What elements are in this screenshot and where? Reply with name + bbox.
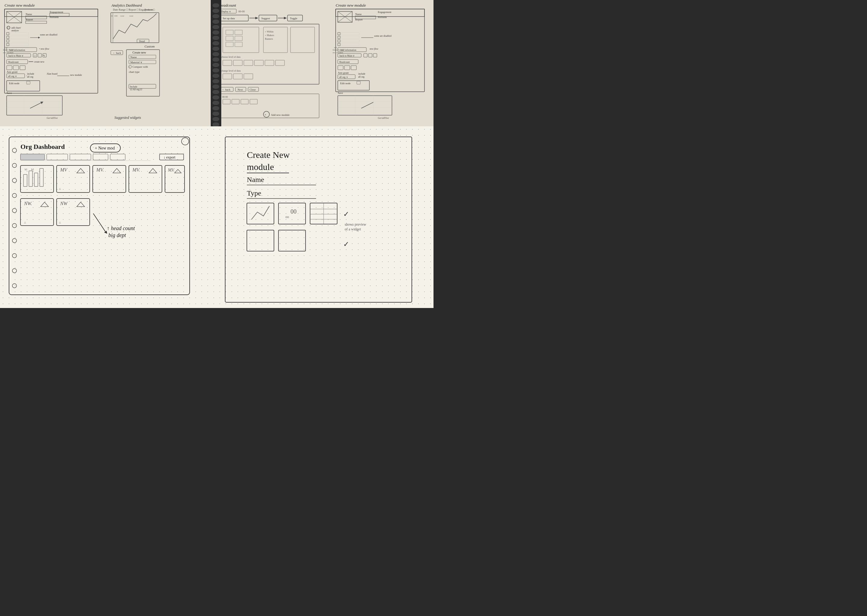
svg-point-243 (181, 138, 189, 145)
svg-rect-2 (5, 9, 98, 93)
svg-marker-269 (149, 168, 157, 173)
svg-rect-73 (111, 13, 159, 43)
svg-rect-294 (279, 203, 306, 224)
svg-rect-122 (235, 42, 242, 47)
svg-text:h1: h1 (25, 168, 27, 171)
svg-text:Name: Name (130, 56, 137, 59)
svg-text:total: total (129, 15, 133, 17)
svg-text:← back: ← back (222, 88, 230, 91)
svg-text:Name: Name (25, 13, 32, 16)
svg-text:Ger/all/live: Ger/all/live (47, 117, 58, 119)
svg-text:Engagement: Engagement (378, 11, 391, 14)
svg-rect-241 (90, 144, 120, 152)
svg-rect-141 (248, 87, 259, 91)
svg-rect-47 (6, 74, 25, 78)
svg-rect-135 (233, 74, 242, 79)
svg-rect-155 (338, 11, 352, 22)
svg-rect-167 (338, 40, 340, 42)
svg-rect-83 (111, 50, 123, 55)
svg-rect-19 (11, 33, 28, 35)
svg-rect-3 (5, 9, 98, 17)
svg-rect-248 (93, 154, 108, 160)
svg-rect-195 (338, 96, 392, 115)
svg-rect-18 (6, 33, 9, 35)
svg-rect-119 (226, 36, 233, 41)
svg-rect-146 (232, 99, 239, 104)
svg-point-225 (212, 106, 219, 111)
svg-text:Create new: Create new (132, 51, 146, 54)
svg-text:back to Main ∨: back to Main ∨ (8, 55, 24, 57)
svg-rect-22 (6, 40, 9, 42)
svg-text:Include: Include (130, 85, 137, 88)
svg-point-214 (212, 46, 219, 51)
svg-text:some are disabled: some are disabled (40, 33, 57, 36)
main-container: Create new module Name Report Engagement (0, 0, 434, 308)
svg-text:Create new module: Create new module (5, 3, 35, 8)
svg-text:+: + (7, 27, 9, 29)
svg-rect-273 (20, 198, 54, 226)
svg-text:Perform: Perform (50, 16, 59, 19)
svg-rect-111 (287, 15, 303, 21)
svg-rect-55 (6, 81, 40, 91)
svg-marker-110 (284, 17, 287, 19)
svg-text:new module: new module (70, 74, 82, 76)
svg-point-215 (212, 52, 219, 57)
svg-rect-183 (338, 66, 343, 70)
svg-rect-293 (247, 203, 274, 224)
svg-rect-8 (25, 16, 47, 19)
svg-rect-127 (223, 60, 232, 66)
svg-marker-266 (113, 168, 121, 173)
svg-rect-256 (34, 173, 38, 187)
svg-rect-303 (279, 230, 306, 251)
svg-text:00: 00 (290, 208, 296, 215)
svg-text:Org Dashboard: Org Dashboard (20, 143, 65, 150)
svg-line-200 (361, 102, 373, 108)
svg-rect-267 (129, 165, 162, 193)
svg-rect-28 (6, 47, 37, 52)
svg-rect-180 (373, 53, 377, 57)
svg-rect-255 (29, 171, 33, 187)
top-sketches-svg: Create new module Name Report Engagement (0, 0, 434, 126)
svg-rect-118 (235, 30, 242, 35)
svg-text:+ New mod: + New mod (95, 146, 115, 150)
svg-point-208 (212, 14, 219, 19)
svg-rect-148 (250, 99, 257, 104)
svg-rect-257 (40, 168, 43, 187)
svg-text:on a module: on a module (333, 52, 343, 54)
svg-rect-176 (338, 53, 361, 57)
svg-text:shows preview: shows preview (345, 222, 366, 226)
svg-rect-132 (276, 60, 284, 66)
svg-text:Name: Name (247, 176, 264, 184)
svg-text:Add information: Add information (9, 49, 25, 52)
svg-rect-145 (223, 99, 230, 104)
svg-point-219 (212, 73, 219, 78)
svg-text:chart type: chart type (129, 71, 140, 73)
svg-rect-191 (338, 81, 369, 90)
svg-text:Add information: Add information (340, 49, 356, 52)
svg-point-234 (13, 209, 17, 213)
svg-text:Date Range □ Report □ Engageme: Date Range □ Report □ Engagement □ (113, 8, 155, 11)
svg-text:✓: ✓ (343, 240, 349, 248)
svg-rect-20 (6, 36, 9, 39)
svg-point-236 (13, 239, 17, 243)
svg-rect-260 (57, 165, 90, 193)
svg-rect-24 (6, 43, 9, 46)
svg-rect-60 (6, 96, 62, 115)
svg-rect-143 (220, 94, 319, 118)
svg-line-156 (338, 11, 352, 22)
svg-text:all org ∨: all org ∨ (8, 75, 17, 78)
svg-rect-254 (24, 174, 27, 187)
svg-rect-4 (6, 11, 22, 23)
svg-text:+: + (27, 82, 28, 85)
svg-rect-42 (13, 66, 19, 70)
svg-point-228 (212, 122, 219, 126)
svg-rect-229 (9, 137, 190, 295)
svg-text:Name: Name (355, 13, 362, 16)
svg-rect-181 (338, 60, 358, 64)
svg-text:NW.: NW. (24, 201, 32, 206)
svg-point-216 (212, 57, 219, 62)
svg-point-238 (13, 269, 17, 273)
svg-text:MV.: MV. (96, 167, 104, 172)
svg-point-239 (13, 284, 17, 288)
svg-rect-277 (57, 198, 90, 226)
